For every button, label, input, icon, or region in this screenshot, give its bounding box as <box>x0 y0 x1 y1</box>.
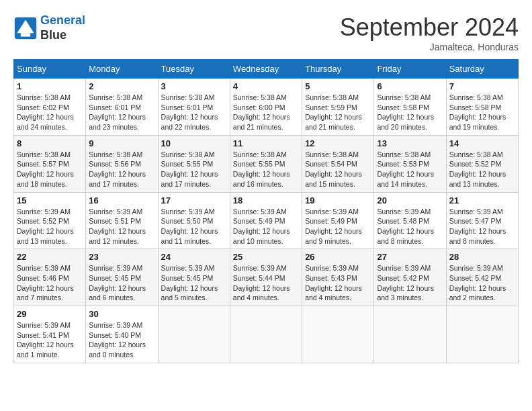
day-number: 8 <box>17 138 83 148</box>
day-number: 7 <box>449 81 515 91</box>
day-number: 17 <box>161 195 227 205</box>
calendar-cell <box>374 306 446 363</box>
day-info: Sunrise: 5:38 AM Sunset: 5:58 PM Dayligh… <box>377 93 443 132</box>
day-info: Sunrise: 5:38 AM Sunset: 5:53 PM Dayligh… <box>377 150 443 189</box>
day-number: 30 <box>89 309 154 319</box>
day-number: 19 <box>305 195 371 205</box>
calendar-cell: 24Sunrise: 5:39 AM Sunset: 5:45 PM Dayli… <box>158 249 230 306</box>
day-number: 12 <box>305 138 371 148</box>
day-number: 6 <box>377 81 443 91</box>
day-number: 21 <box>449 195 515 205</box>
day-number: 16 <box>89 195 154 205</box>
day-info: Sunrise: 5:38 AM Sunset: 5:56 PM Dayligh… <box>89 150 154 189</box>
weekday-header-tuesday: Tuesday <box>158 60 230 79</box>
calendar-cell: 20Sunrise: 5:39 AM Sunset: 5:48 PM Dayli… <box>374 192 446 249</box>
day-number: 22 <box>17 252 83 262</box>
day-info: Sunrise: 5:38 AM Sunset: 5:55 PM Dayligh… <box>161 150 227 189</box>
calendar-cell: 17Sunrise: 5:39 AM Sunset: 5:50 PM Dayli… <box>158 192 230 249</box>
calendar-cell: 5Sunrise: 5:38 AM Sunset: 5:59 PM Daylig… <box>302 79 374 136</box>
calendar-cell: 30Sunrise: 5:39 AM Sunset: 5:40 PM Dayli… <box>86 306 158 363</box>
day-info: Sunrise: 5:38 AM Sunset: 6:00 PM Dayligh… <box>233 93 299 132</box>
day-info: Sunrise: 5:39 AM Sunset: 5:52 PM Dayligh… <box>17 207 83 246</box>
day-info: Sunrise: 5:38 AM Sunset: 6:01 PM Dayligh… <box>161 93 227 132</box>
weekday-header-thursday: Thursday <box>302 60 374 79</box>
calendar-week-5: 29Sunrise: 5:39 AM Sunset: 5:41 PM Dayli… <box>14 306 519 363</box>
calendar-week-1: 1Sunrise: 5:38 AM Sunset: 6:02 PM Daylig… <box>14 79 519 136</box>
calendar-body: 1Sunrise: 5:38 AM Sunset: 6:02 PM Daylig… <box>14 79 519 363</box>
calendar-cell: 29Sunrise: 5:39 AM Sunset: 5:41 PM Dayli… <box>14 306 86 363</box>
day-number: 20 <box>377 195 443 205</box>
day-number: 3 <box>161 81 227 91</box>
calendar-cell: 14Sunrise: 5:38 AM Sunset: 5:52 PM Dayli… <box>446 135 518 192</box>
calendar-cell <box>230 306 302 363</box>
calendar-cell: 19Sunrise: 5:39 AM Sunset: 5:49 PM Dayli… <box>302 192 374 249</box>
day-info: Sunrise: 5:39 AM Sunset: 5:49 PM Dayligh… <box>233 207 299 246</box>
day-number: 9 <box>89 138 154 148</box>
calendar-cell <box>446 306 518 363</box>
day-info: Sunrise: 5:38 AM Sunset: 5:52 PM Dayligh… <box>449 150 515 189</box>
day-number: 4 <box>233 81 299 91</box>
day-number: 26 <box>305 252 371 262</box>
day-number: 2 <box>89 81 154 91</box>
day-info: Sunrise: 5:39 AM Sunset: 5:49 PM Dayligh… <box>305 207 371 246</box>
day-number: 13 <box>377 138 443 148</box>
calendar-cell: 12Sunrise: 5:38 AM Sunset: 5:54 PM Dayli… <box>302 135 374 192</box>
calendar-cell: 15Sunrise: 5:39 AM Sunset: 5:52 PM Dayli… <box>14 192 86 249</box>
calendar-table: SundayMondayTuesdayWednesdayThursdayFrid… <box>13 59 519 363</box>
day-info: Sunrise: 5:38 AM Sunset: 6:02 PM Dayligh… <box>17 93 83 132</box>
weekday-header-sunday: Sunday <box>14 60 86 79</box>
day-number: 14 <box>449 138 515 148</box>
calendar-cell: 27Sunrise: 5:39 AM Sunset: 5:42 PM Dayli… <box>374 249 446 306</box>
day-info: Sunrise: 5:39 AM Sunset: 5:43 PM Dayligh… <box>305 263 371 303</box>
calendar-cell: 22Sunrise: 5:39 AM Sunset: 5:46 PM Dayli… <box>14 249 86 306</box>
svg-rect-2 <box>21 33 30 36</box>
day-info: Sunrise: 5:38 AM Sunset: 5:58 PM Dayligh… <box>449 93 515 132</box>
calendar-cell: 6Sunrise: 5:38 AM Sunset: 5:58 PM Daylig… <box>374 79 446 136</box>
day-number: 11 <box>233 138 299 148</box>
day-number: 27 <box>377 252 443 262</box>
calendar-cell: 16Sunrise: 5:39 AM Sunset: 5:51 PM Dayli… <box>86 192 158 249</box>
day-info: Sunrise: 5:38 AM Sunset: 6:01 PM Dayligh… <box>89 93 154 132</box>
day-number: 15 <box>17 195 83 205</box>
calendar-week-4: 22Sunrise: 5:39 AM Sunset: 5:46 PM Dayli… <box>14 249 519 306</box>
day-info: Sunrise: 5:39 AM Sunset: 5:45 PM Dayligh… <box>161 263 227 303</box>
calendar-cell: 10Sunrise: 5:38 AM Sunset: 5:55 PM Dayli… <box>158 135 230 192</box>
logo: General Blue <box>13 13 85 42</box>
calendar-cell <box>302 306 374 363</box>
day-info: Sunrise: 5:39 AM Sunset: 5:42 PM Dayligh… <box>449 263 515 303</box>
day-number: 24 <box>161 252 227 262</box>
day-number: 25 <box>233 252 299 262</box>
weekday-header-monday: Monday <box>86 60 158 79</box>
weekday-header-wednesday: Wednesday <box>230 60 302 79</box>
day-number: 10 <box>161 138 227 148</box>
weekday-row: SundayMondayTuesdayWednesdayThursdayFrid… <box>14 60 519 79</box>
calendar-cell: 21Sunrise: 5:39 AM Sunset: 5:47 PM Dayli… <box>446 192 518 249</box>
day-info: Sunrise: 5:39 AM Sunset: 5:44 PM Dayligh… <box>233 263 299 303</box>
calendar-cell: 13Sunrise: 5:38 AM Sunset: 5:53 PM Dayli… <box>374 135 446 192</box>
calendar-cell <box>158 306 230 363</box>
day-info: Sunrise: 5:38 AM Sunset: 5:55 PM Dayligh… <box>233 150 299 189</box>
calendar-cell: 11Sunrise: 5:38 AM Sunset: 5:55 PM Dayli… <box>230 135 302 192</box>
weekday-header-saturday: Saturday <box>446 60 518 79</box>
day-info: Sunrise: 5:38 AM Sunset: 5:59 PM Dayligh… <box>305 93 371 132</box>
page-header: General Blue September 2024 Jamalteca, H… <box>13 13 519 52</box>
calendar-cell: 28Sunrise: 5:39 AM Sunset: 5:42 PM Dayli… <box>446 249 518 306</box>
calendar-cell: 23Sunrise: 5:39 AM Sunset: 5:45 PM Dayli… <box>86 249 158 306</box>
day-info: Sunrise: 5:39 AM Sunset: 5:47 PM Dayligh… <box>449 207 515 246</box>
calendar-cell: 25Sunrise: 5:39 AM Sunset: 5:44 PM Dayli… <box>230 249 302 306</box>
day-info: Sunrise: 5:39 AM Sunset: 5:48 PM Dayligh… <box>377 207 443 246</box>
calendar-cell: 4Sunrise: 5:38 AM Sunset: 6:00 PM Daylig… <box>230 79 302 136</box>
calendar-cell: 8Sunrise: 5:38 AM Sunset: 5:57 PM Daylig… <box>14 135 86 192</box>
day-info: Sunrise: 5:39 AM Sunset: 5:42 PM Dayligh… <box>377 263 443 303</box>
day-info: Sunrise: 5:39 AM Sunset: 5:45 PM Dayligh… <box>89 263 154 303</box>
day-number: 28 <box>449 252 515 262</box>
calendar-cell: 7Sunrise: 5:38 AM Sunset: 5:58 PM Daylig… <box>446 79 518 136</box>
day-number: 23 <box>89 252 154 262</box>
calendar-cell: 2Sunrise: 5:38 AM Sunset: 6:01 PM Daylig… <box>86 79 158 136</box>
logo-line2: Blue <box>40 28 85 43</box>
day-info: Sunrise: 5:38 AM Sunset: 5:54 PM Dayligh… <box>305 150 371 189</box>
day-info: Sunrise: 5:39 AM Sunset: 5:41 PM Dayligh… <box>17 320 83 360</box>
location: Jamalteca, Honduras <box>340 42 519 52</box>
day-info: Sunrise: 5:38 AM Sunset: 5:57 PM Dayligh… <box>17 150 83 189</box>
day-number: 5 <box>305 81 371 91</box>
